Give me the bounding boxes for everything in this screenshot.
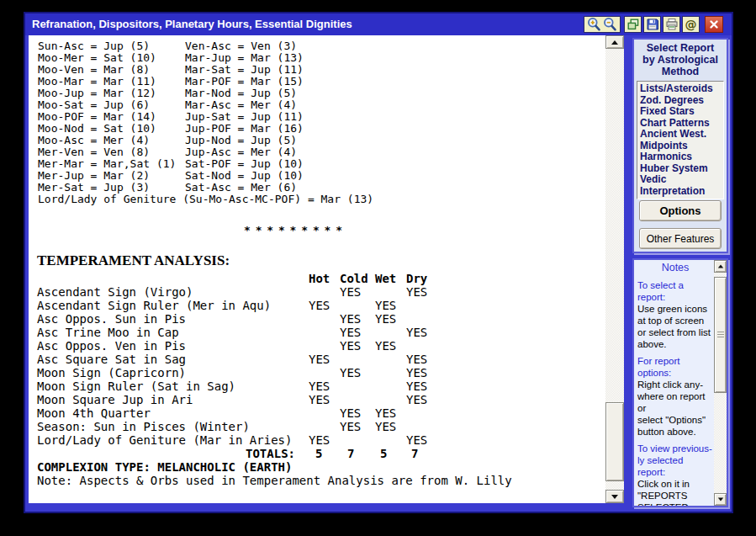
notes-content: Notes To select a report:Use green icons… <box>634 260 714 506</box>
method-item[interactable]: Midpoints <box>640 141 723 152</box>
notes-section: To select a report:Use green icons at to… <box>637 279 713 350</box>
other-features-button[interactable]: Other Features <box>639 228 722 249</box>
column-header: Dry <box>406 272 427 285</box>
print-button[interactable] <box>663 16 680 33</box>
dispositor-right: Jup-Asc = Mer (4) <box>185 146 297 158</box>
scrollbar-thumb[interactable] <box>605 402 624 481</box>
yes-value: YES <box>375 339 396 353</box>
row-label: Asc Square Sat in Sag <box>37 353 186 366</box>
report-scrollbar[interactable] <box>605 35 624 503</box>
temperament-rows: Ascendant Sign (Virgo)YESYESAscendant Si… <box>37 285 508 447</box>
dispositor-row: Mer-Ven = Ven (8)Jup-Asc = Mer (4) <box>38 146 373 158</box>
dispositor-right: Jup-Sat = Jup (11) <box>185 111 304 123</box>
scroll-down-button[interactable] <box>605 490 624 503</box>
scroll-up-button[interactable] <box>605 35 624 49</box>
column-header: Cold <box>340 272 368 285</box>
dispositor-row: Moo-Jup = Mar (12)Mar-Nod = Jup (5) <box>38 88 373 99</box>
dispositor-left: Moo-Nod = Sat (10) <box>38 123 156 135</box>
dispositor-left: Mer-Sat = Jup (3) <box>38 182 150 194</box>
dispositor-left: Mer-Ven = Ven (8) <box>38 146 150 158</box>
yes-value: YES <box>309 299 330 312</box>
method-item[interactable]: Fixed Stars <box>640 106 723 118</box>
temperament-row: Season: Sun in Pisces (Winter)YESYES <box>37 420 508 433</box>
notes-section-text: Right click any- where on report or sele… <box>637 379 713 438</box>
dispositor-right: Mar-POF = Mar (15) <box>185 76 304 88</box>
close-button[interactable] <box>705 16 723 33</box>
method-item[interactable]: Interpretation <box>640 186 723 198</box>
save-icon <box>646 18 659 31</box>
dispositor-left: Moo-POF = Mar (14) <box>38 111 156 123</box>
method-item[interactable]: Chart Patterns <box>640 118 723 130</box>
arrow-up-icon <box>611 40 618 45</box>
temperament-row: Asc Trine Moo in CapYESYES <box>37 326 508 339</box>
total-value: 5 <box>380 447 387 460</box>
yes-value: YES <box>340 326 361 339</box>
email-button[interactable]: @ <box>682 16 700 33</box>
yes-value: YES <box>309 353 330 366</box>
dispositor-right: Mar-Jup = Mar (13) <box>185 52 304 64</box>
title-bar[interactable]: Refranation, Dispositors, Planetary Hour… <box>25 13 732 35</box>
dispositor-row: Moo-Sat = Jup (6)Mar-Asc = Mer (4) <box>38 99 373 111</box>
restore-window-button[interactable] <box>624 16 642 33</box>
dispositor-right: Mar-Nod = Jup (5) <box>185 88 297 99</box>
dispositor-left: Moo-Asc = Mer (4) <box>38 135 150 146</box>
dispositor-left: Moo-Mer = Sat (10) <box>38 52 156 64</box>
temperament-row: Lord/Lady of Geniture (Mar in Aries)YESY… <box>37 433 508 447</box>
dispositor-row: Mer-Mar = Mar,Sat (1)Sat-POF = Jup (10) <box>38 158 373 170</box>
dispositor-right: Jup-Nod = Jup (5) <box>185 135 297 146</box>
dispositor-right: Mar-Asc = Mer (4) <box>185 99 297 111</box>
yes-value: YES <box>406 366 427 379</box>
method-item[interactable]: Lists/Asteroids <box>640 83 723 95</box>
method-item[interactable]: Huber System <box>640 163 723 175</box>
notes-scroll-down-button[interactable] <box>714 493 727 506</box>
options-button[interactable]: Options <box>639 200 722 221</box>
notes-section-heading: To select a report: <box>637 279 713 303</box>
dispositor-right: Ven-Asc = Ven (3) <box>185 40 297 52</box>
temperament-row: Asc Oppos. Ven in PisYESYES <box>37 339 508 353</box>
method-item[interactable]: Vedic <box>640 174 723 186</box>
method-item[interactable]: Harmonics <box>640 151 723 163</box>
method-list[interactable]: Lists/AsteroidsZod. DegreesFixed StarsCh… <box>637 81 724 199</box>
totals-label: TOTALS: <box>246 447 295 460</box>
temperament-heading: TEMPERAMENT ANALYSIS: <box>37 252 230 269</box>
yes-value: YES <box>309 379 330 393</box>
arrow-up-icon <box>717 265 722 268</box>
temperament-row: Ascendant Sign (Virgo)YESYES <box>37 285 508 299</box>
column-header: Wet <box>375 272 396 285</box>
zoom-out-icon[interactable] <box>602 17 618 32</box>
method-item[interactable]: Zod. Degrees <box>640 95 723 107</box>
notes-section-heading: For report options: <box>637 355 713 379</box>
notes-body: To select a report:Use green icons at to… <box>637 279 713 506</box>
yes-value: YES <box>340 312 361 326</box>
notes-section: For report options:Right click any- wher… <box>637 355 713 438</box>
notes-scroll-up-button[interactable] <box>714 260 727 273</box>
yes-value: YES <box>309 393 330 406</box>
restore-icon <box>626 18 640 31</box>
method-item[interactable]: Ancient West. <box>640 129 723 141</box>
dispositor-row: Moo-Nod = Sat (10)Jup-POF = Mar (16) <box>38 123 373 135</box>
notes-scrollbar[interactable] <box>714 260 727 506</box>
total-value: 7 <box>347 447 354 460</box>
notes-panel: Notes To select a report:Use green icons… <box>632 258 728 507</box>
save-button[interactable] <box>643 16 661 33</box>
select-report-title: Select Report by Astrological Method <box>634 42 727 77</box>
dispositor-row: Moo-POF = Mar (14)Jup-Sat = Jup (11) <box>38 111 373 123</box>
row-label: Ascendant Sign Ruler (Mer in Aqu) <box>37 299 271 312</box>
yes-value: YES <box>406 285 427 299</box>
temperament-columns: HotColdWetDry <box>37 272 457 285</box>
temperament-row: Moon Square Jup in AriYESYES <box>37 393 508 406</box>
row-label: Asc Trine Moo in Cap <box>37 326 179 339</box>
temperament-row: Asc Square Sat in SagYESYES <box>37 353 508 366</box>
email-at-icon: @ <box>685 18 697 31</box>
row-label: Asc Oppos. Ven in Pis <box>37 339 186 353</box>
zoom-in-icon[interactable] <box>586 17 602 32</box>
yes-value: YES <box>340 420 361 433</box>
dispositor-left: Moo-Sat = Jup (6) <box>38 99 150 111</box>
notes-scrollbar-thumb[interactable] <box>714 277 727 393</box>
yes-value: YES <box>309 433 330 447</box>
toolbar: @ <box>584 16 723 33</box>
close-icon <box>709 19 719 29</box>
dispositor-row: Moo-Asc = Mer (4)Jup-Nod = Jup (5) <box>38 135 373 146</box>
arrow-down-icon <box>717 498 722 502</box>
yes-value: YES <box>406 379 427 393</box>
